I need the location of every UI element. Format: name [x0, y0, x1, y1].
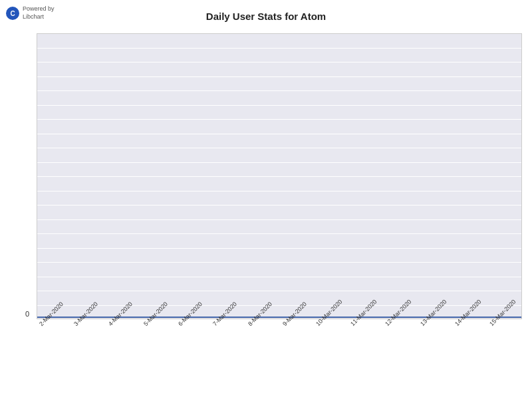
x-label-wrapper-1: 3-Mar-2020	[71, 319, 104, 329]
x-axis: 2-Mar-2020 3-Mar-2020 4-Mar-2020 5-Mar-2…	[37, 319, 522, 392]
x-label-wrapper-5: 7-Mar-2020	[210, 319, 243, 329]
x-label-wrapper-0: 2-Mar-2020	[37, 319, 70, 329]
x-label-wrapper-7: 9-Mar-2020	[280, 319, 313, 329]
x-label-wrapper-8: 10-Mar-2020	[315, 319, 348, 329]
x-label-wrapper-9: 11-Mar-2020	[350, 319, 383, 329]
x-label-wrapper-12: 14-Mar-2020	[454, 319, 487, 329]
y-axis-zero-label: 0	[25, 310, 29, 318]
chart-title: Daily User Stats for Atom	[0, 11, 532, 22]
x-label-wrapper-6: 8-Mar-2020	[245, 319, 279, 329]
x-label-wrapper-10: 12-Mar-2020	[384, 319, 418, 329]
x-label-wrapper-2: 4-Mar-2020	[106, 319, 140, 329]
x-label-wrapper-13: 15-Mar-2020	[489, 319, 522, 329]
chart-border	[37, 33, 522, 319]
chart-container: C Powered by Libchart Daily User Stats f…	[0, 0, 532, 399]
x-label-wrapper-11: 13-Mar-2020	[419, 319, 452, 329]
x-label-wrapper-4: 6-Mar-2020	[176, 319, 209, 329]
x-label-wrapper-3: 5-Mar-2020	[141, 319, 174, 329]
